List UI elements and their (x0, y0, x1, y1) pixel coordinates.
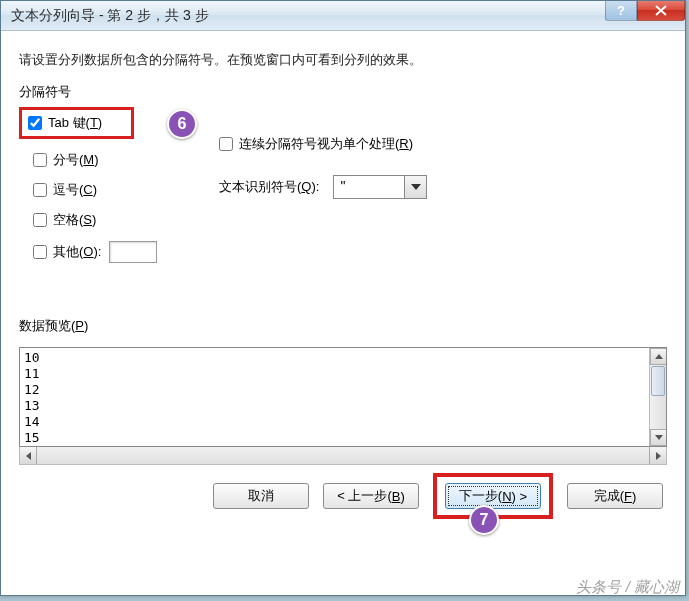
combo-arrow[interactable] (404, 176, 426, 198)
chevron-down-icon (411, 184, 421, 190)
hscroll-track[interactable] (37, 447, 649, 464)
tab-checkbox-row[interactable]: Tab 键(T) (28, 114, 125, 132)
close-button[interactable] (637, 1, 685, 21)
dialog-content: 请设置分列数据所包含的分隔符号。在预览窗口内可看到分列的效果。 分隔符号 Tab… (1, 31, 685, 521)
preview-horizontal-scrollbar[interactable] (19, 447, 667, 465)
delimiter-options-column: 连续分隔符号视为单个处理(R) 文本识别符号(Q): " (219, 107, 427, 221)
comma-checkbox-row[interactable]: 逗号(C) (19, 175, 169, 205)
consecutive-checkbox[interactable] (219, 137, 233, 151)
wizard-window: 文本分列向导 - 第 2 步，共 3 步 ? 请设置分列数据所包含的分隔符号。在… (0, 0, 686, 596)
consecutive-checkbox-row[interactable]: 连续分隔符号视为单个处理(R) (219, 135, 413, 153)
tab-checkbox[interactable] (28, 116, 42, 130)
scroll-down-button[interactable] (650, 429, 666, 446)
chevron-down-icon (655, 435, 663, 440)
chevron-up-icon (655, 354, 663, 359)
titlebar: 文本分列向导 - 第 2 步，共 3 步 ? (1, 1, 685, 31)
consecutive-checkbox-label: 连续分隔符号视为单个处理(R) (239, 135, 413, 153)
preview-vertical-scrollbar[interactable] (649, 348, 666, 446)
other-checkbox-row[interactable]: 其他(O): (19, 235, 169, 269)
finish-button[interactable]: 完成(F) (567, 483, 663, 509)
space-checkbox-label: 空格(S) (53, 211, 96, 229)
chevron-right-icon (656, 452, 661, 460)
delimiters-column: Tab 键(T) 分号(M) 逗号(C) 空格(S) 其他 (19, 107, 169, 269)
scroll-thumb[interactable] (651, 366, 665, 396)
tab-checkbox-label: Tab 键(T) (48, 114, 102, 132)
other-checkbox-label: 其他(O): (53, 243, 101, 261)
window-buttons: ? (605, 1, 685, 21)
close-icon (655, 5, 667, 16)
callout-badge-7: 7 (469, 505, 499, 535)
preview-label: 数据预览(P) (19, 317, 667, 335)
window-title: 文本分列向导 - 第 2 步，共 3 步 (11, 7, 209, 25)
semicolon-checkbox[interactable] (33, 153, 47, 167)
tab-checkbox-highlight: Tab 键(T) (19, 107, 134, 139)
delimiters-row: Tab 键(T) 分号(M) 逗号(C) 空格(S) 其他 (19, 107, 667, 269)
preview-box: 10 11 12 13 14 15 (19, 347, 667, 447)
instruction-text: 请设置分列数据所包含的分隔符号。在预览窗口内可看到分列的效果。 (19, 51, 667, 69)
cancel-button[interactable]: 取消 (213, 483, 309, 509)
space-checkbox-row[interactable]: 空格(S) (19, 205, 169, 235)
comma-checkbox[interactable] (33, 183, 47, 197)
text-qualifier-label: 文本识别符号(Q): (219, 178, 319, 196)
scroll-right-button[interactable] (649, 447, 666, 464)
other-checkbox[interactable] (33, 245, 47, 259)
chevron-left-icon (26, 452, 31, 460)
semicolon-checkbox-label: 分号(M) (53, 151, 99, 169)
button-bar: 取消 < 上一步(B) 下一步(N) > 完成(F) (19, 483, 667, 509)
text-qualifier-value: " (334, 176, 404, 198)
semicolon-checkbox-row[interactable]: 分号(M) (19, 145, 169, 175)
delimiters-group-label: 分隔符号 (19, 83, 667, 101)
back-button[interactable]: < 上一步(B) (323, 483, 419, 509)
scroll-left-button[interactable] (20, 447, 37, 464)
space-checkbox[interactable] (33, 213, 47, 227)
help-button[interactable]: ? (605, 1, 637, 21)
text-qualifier-combo[interactable]: " (333, 175, 427, 199)
comma-checkbox-label: 逗号(C) (53, 181, 97, 199)
callout-badge-6: 6 (167, 109, 197, 139)
other-delimiter-input[interactable] (109, 241, 157, 263)
preview-content: 10 11 12 13 14 15 (20, 348, 666, 447)
scroll-up-button[interactable] (650, 348, 666, 365)
next-button[interactable]: 下一步(N) > (445, 483, 541, 509)
